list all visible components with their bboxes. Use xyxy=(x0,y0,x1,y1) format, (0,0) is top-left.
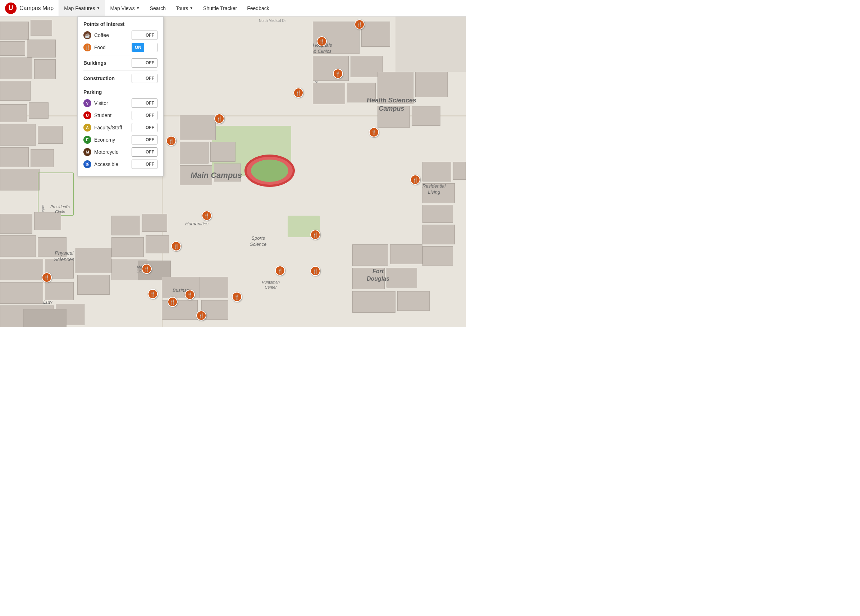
motorcycle-toggle[interactable]: OFF xyxy=(132,147,157,157)
accessible-icon: ♿ xyxy=(83,160,91,168)
food-marker[interactable]: 🍴 xyxy=(185,290,195,300)
food-marker[interactable]: 🍴 xyxy=(369,127,379,137)
poi-label-food: 🍴 Food xyxy=(83,44,106,52)
section-poi: Points of Interest xyxy=(83,21,157,27)
food-marker[interactable]: 🍴 xyxy=(310,266,320,276)
nav-feedback[interactable]: Feedback xyxy=(242,0,274,16)
economy-toggle[interactable]: OFF xyxy=(132,135,157,144)
food-toggle-on-label: ON xyxy=(132,43,144,52)
food-icon: 🍴 xyxy=(83,44,91,52)
food-marker[interactable]: 🍴 xyxy=(42,273,52,282)
food-marker[interactable]: 🍴 xyxy=(293,88,303,98)
visitor-icon: V xyxy=(83,99,91,107)
nav-arrow-views: ▼ xyxy=(136,6,140,10)
dropdown-panel: Points of Interest ☕ Coffee OFF 🍴 Food O… xyxy=(77,17,163,177)
nav-map-features[interactable]: Map Features ▼ xyxy=(59,0,105,16)
poi-row-accessible: ♿ Accessible OFF xyxy=(83,160,157,169)
food-marker[interactable]: 🍴 xyxy=(196,310,206,321)
coffee-icon: ☕ xyxy=(83,31,91,39)
economy-icon: E xyxy=(83,136,91,144)
food-marker[interactable]: 🍴 xyxy=(166,136,176,146)
buildings-toggle[interactable]: OFF xyxy=(132,58,157,67)
poi-row-economy: E Economy OFF xyxy=(83,135,157,144)
poi-label-economy: E Economy xyxy=(83,136,115,144)
food-marker[interactable]: 🍴 xyxy=(148,289,158,299)
poi-row-coffee: ☕ Coffee OFF xyxy=(83,31,157,40)
logo-area: U Campus Map xyxy=(0,0,59,16)
poi-label-faculty: A Faculty/Staff xyxy=(83,124,122,132)
logo-icon: U xyxy=(5,3,17,14)
poi-label-visitor: V Visitor xyxy=(83,99,108,107)
food-marker[interactable]: 🍴 xyxy=(310,230,320,240)
food-marker[interactable]: 🍴 xyxy=(317,36,327,46)
poi-row-construction: Construction OFF xyxy=(83,74,157,83)
food-marker[interactable]: 🍴 xyxy=(355,19,364,30)
student-icon: U xyxy=(83,111,91,119)
map-container[interactable]: North Medical Dr Mario Capecchi Dr Unive… xyxy=(0,0,466,327)
poi-row-motorcycle: M Motorcycle OFF xyxy=(83,147,157,157)
food-marker[interactable]: 🍴 xyxy=(232,292,242,302)
visitor-toggle[interactable]: OFF xyxy=(132,99,157,108)
food-marker[interactable]: 🍴 xyxy=(171,241,181,251)
faculty-icon: A xyxy=(83,124,91,132)
poi-row-visitor: V Visitor OFF xyxy=(83,99,157,108)
motorcycle-icon: M xyxy=(83,148,91,156)
food-marker[interactable]: 🍴 xyxy=(168,297,177,307)
section-parking: Parking xyxy=(83,89,157,95)
poi-row-food: 🍴 Food ON xyxy=(83,43,157,52)
nav-arrow-features: ▼ xyxy=(97,6,100,10)
food-marker[interactable]: 🍴 xyxy=(410,175,420,185)
coffee-toggle[interactable]: OFF xyxy=(132,31,157,40)
poi-label-accessible: ♿ Accessible xyxy=(83,160,118,168)
nav-shuttle[interactable]: Shuttle Tracker xyxy=(198,0,242,16)
poi-label-motorcycle: M Motorcycle xyxy=(83,148,119,156)
section-construction: Construction xyxy=(83,75,115,81)
nav-tours[interactable]: Tours ▼ xyxy=(171,0,198,16)
section-buildings: Buildings xyxy=(83,60,107,66)
student-toggle[interactable]: OFF xyxy=(132,111,157,120)
nav-arrow-tours: ▼ xyxy=(190,6,193,10)
accessible-toggle[interactable]: OFF xyxy=(132,160,157,169)
poi-row-faculty: A Faculty/Staff OFF xyxy=(83,123,157,132)
nav-map-views[interactable]: Map Views ▼ xyxy=(105,0,144,16)
poi-row-student: U Student OFF xyxy=(83,111,157,120)
navbar: U Campus Map Map Features ▼ Map Views ▼ … xyxy=(0,0,466,17)
food-marker[interactable]: 🍴 xyxy=(202,211,212,221)
food-toggle[interactable]: ON xyxy=(132,43,157,52)
faculty-toggle[interactable]: OFF xyxy=(132,123,157,132)
food-marker[interactable]: 🍴 xyxy=(214,114,224,124)
poi-label-coffee: ☕ Coffee xyxy=(83,31,109,39)
poi-label-student: U Student xyxy=(83,111,111,119)
poi-row-buildings: Buildings OFF xyxy=(83,58,157,67)
food-marker[interactable]: 🍴 xyxy=(275,266,285,276)
food-marker[interactable]: 🍴 xyxy=(333,69,343,79)
food-marker[interactable]: 🍴 xyxy=(142,264,152,274)
nav-search[interactable]: Search xyxy=(145,0,171,16)
construction-toggle[interactable]: OFF xyxy=(132,74,157,83)
app-title: Campus Map xyxy=(19,5,53,11)
